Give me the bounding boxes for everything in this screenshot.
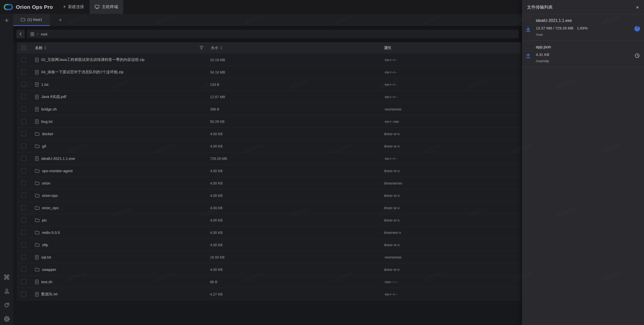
session-tab-host1[interactable]: (1) host1 (13, 14, 50, 26)
transfer-size: 4.31 KB (536, 52, 629, 57)
file-name[interactable]: 数据头.txt (41, 292, 58, 297)
row-checkbox[interactable] (21, 119, 26, 124)
row-checkbox[interactable] (21, 106, 26, 112)
file-name-cell: bug.txt (35, 115, 53, 128)
row-checkbox[interactable] (21, 267, 26, 272)
stamp-icon[interactable] (3, 288, 10, 295)
table-header: 名称 大小 属性 (17, 42, 521, 54)
table-row[interactable]: swapper 4.00 KB drwxr-xr-x (17, 263, 521, 276)
file-name[interactable]: idealU-2021.1.1.exe (41, 156, 75, 161)
table-row[interactable]: bug.txt 50.28 KB -rw-r--rwx (17, 115, 521, 128)
filter-icon[interactable] (199, 46, 204, 50)
row-checkbox[interactable] (21, 230, 26, 235)
file-size: 4.00 KB (210, 165, 223, 177)
folder-icon (35, 231, 39, 234)
host-terminal-label: 主机终端 (102, 4, 118, 10)
row-checkbox[interactable] (21, 242, 26, 247)
file-name-cell: orion-ops (35, 189, 58, 202)
row-checkbox[interactable] (21, 69, 26, 75)
row-checkbox[interactable] (21, 143, 26, 149)
table-row[interactable]: 1.txt 133 B -rw-r--r-- (17, 78, 521, 91)
table-row[interactable]: docker 4.00 KB drwxr-xr-x (17, 128, 521, 140)
file-name[interactable]: redis-5.0.5 (42, 230, 60, 235)
row-checkbox[interactable] (21, 168, 26, 173)
table-row[interactable]: sftp 4.00 KB drwxr-xr-x (17, 239, 521, 251)
row-checkbox[interactable] (21, 57, 26, 62)
column-header-size[interactable]: 大小 (211, 42, 222, 54)
table-row[interactable]: bridge.sh 396 B -rwxrwxrwx (17, 103, 521, 115)
file-name[interactable]: bridge.sh (41, 107, 57, 111)
table-row[interactable]: Java 8实战.pdf 12.87 MB -rw-r--r-- (17, 91, 521, 103)
transfer-item-upload[interactable]: app.json 4.31 KB /root/sftp (522, 41, 644, 67)
table-row[interactable]: pic 4.00 KB drwxr-xr-x (17, 214, 521, 226)
table-row[interactable]: ops-monitor-agent 4.00 KB drwxr-xr-x (17, 165, 521, 177)
table-row[interactable]: test.sh 86 B -rwx------ (17, 276, 521, 288)
table-row[interactable]: 04_体验一下面试官对于消息队列的7个连环炮.zip 34.18 MB -rw-… (17, 66, 521, 78)
file-name[interactable]: 04_体验一下面试官对于消息队列的7个连环炮.zip (41, 70, 124, 75)
file-name[interactable]: test.sh (41, 280, 52, 284)
file-name[interactable]: pic (42, 218, 47, 222)
file-name[interactable]: 02_互联网Java工程师面试突击训练课程第一季的内容说明.zip (41, 57, 144, 62)
file-name[interactable]: ops-monitor-agent (42, 169, 73, 173)
file-icon (35, 255, 39, 260)
table-row[interactable]: 数据头.txt 4.27 KB -rw-r--r-- (17, 288, 521, 300)
table-row[interactable]: sql.txt 16.93 KB -rwxrwxrwx (17, 251, 521, 263)
file-size: 4.00 KB (210, 202, 223, 214)
file-name[interactable]: sftp (42, 243, 48, 247)
file-name[interactable]: docker (42, 132, 53, 136)
command-icon[interactable]: ⌘ (3, 274, 10, 281)
table-row[interactable]: 02_互联网Java工程师面试突击训练课程第一季的内容说明.zip 10.19 … (17, 54, 521, 66)
file-name[interactable]: orion-ops (42, 193, 58, 198)
table-row[interactable]: redis-5.0.5 4.00 KB drwxrwxr-x (17, 226, 521, 239)
row-checkbox[interactable] (21, 218, 26, 223)
file-name[interactable]: swapper (42, 267, 56, 272)
row-checkbox[interactable] (21, 82, 26, 87)
transfer-item-download[interactable]: idealU-2021.1.1.exe 13.37 MB / 729.28 MB… (522, 14, 644, 41)
file-icon (35, 107, 39, 112)
table-row[interactable]: orion 4.00 KB drwxrwxrwx (17, 177, 521, 189)
table-row[interactable]: orion_ops 4.00 KB drwxr-xr-x (17, 202, 521, 214)
select-all-checkbox[interactable] (21, 45, 26, 50)
table-row[interactable]: gif 4.00 KB drwxr-xr-x (17, 140, 521, 152)
row-checkbox[interactable] (21, 94, 26, 99)
file-attr: drwxr-xr-x (384, 214, 399, 226)
clock-icon (635, 53, 640, 58)
row-checkbox[interactable] (21, 156, 26, 161)
file-size: 4.00 KB (210, 214, 223, 226)
file-icon (35, 58, 39, 62)
breadcrumb-path[interactable]: root (41, 32, 47, 36)
row-checkbox[interactable] (21, 292, 26, 297)
close-icon[interactable]: × (636, 5, 639, 10)
new-tab-button[interactable]: + (57, 16, 64, 24)
file-name[interactable]: sql.txt (41, 255, 51, 259)
file-name[interactable]: orion (42, 181, 50, 185)
file-size: 34.18 MB (210, 66, 225, 78)
row-checkbox[interactable] (21, 180, 26, 186)
row-checkbox[interactable] (21, 193, 26, 198)
row-checkbox[interactable] (21, 131, 26, 136)
breadcrumb[interactable]: / root (27, 30, 519, 38)
gear-icon[interactable] (3, 315, 10, 322)
file-name-cell: 04_体验一下面试官对于消息队列的7个连环炮.zip (35, 66, 124, 78)
row-checkbox[interactable] (21, 205, 26, 210)
file-name[interactable]: bug.txt (41, 119, 53, 124)
table-row[interactable]: orion-ops 4.00 KB drwxr-xr-x (17, 189, 521, 202)
file-name[interactable]: orion_ops (42, 206, 59, 210)
tab-host-terminal[interactable]: 主机终端 (90, 0, 123, 14)
file-size: 133 B (210, 78, 219, 91)
row-checkbox[interactable] (21, 255, 26, 260)
new-connection-menu[interactable]: + 新建连接 (63, 4, 84, 10)
file-name[interactable]: 1.txt (41, 82, 48, 87)
row-checkbox[interactable] (21, 279, 26, 284)
file-size: 4.00 KB (210, 239, 223, 251)
sidebar-new-session-button[interactable]: + (0, 15, 13, 26)
file-name[interactable]: gif (42, 144, 46, 148)
table-row[interactable]: idealU-2021.1.1.exe 729.28 MB -rw-r--r-- (17, 152, 521, 165)
column-header-name[interactable]: 名称 (35, 42, 47, 54)
file-name-cell: idealU-2021.1.1.exe (35, 152, 75, 165)
logo-icon (3, 3, 14, 11)
palette-icon[interactable] (3, 302, 10, 309)
back-button[interactable] (16, 30, 25, 38)
file-name[interactable]: Java 8实战.pdf (41, 94, 66, 99)
transfer-percent: 1.83% (577, 26, 588, 30)
